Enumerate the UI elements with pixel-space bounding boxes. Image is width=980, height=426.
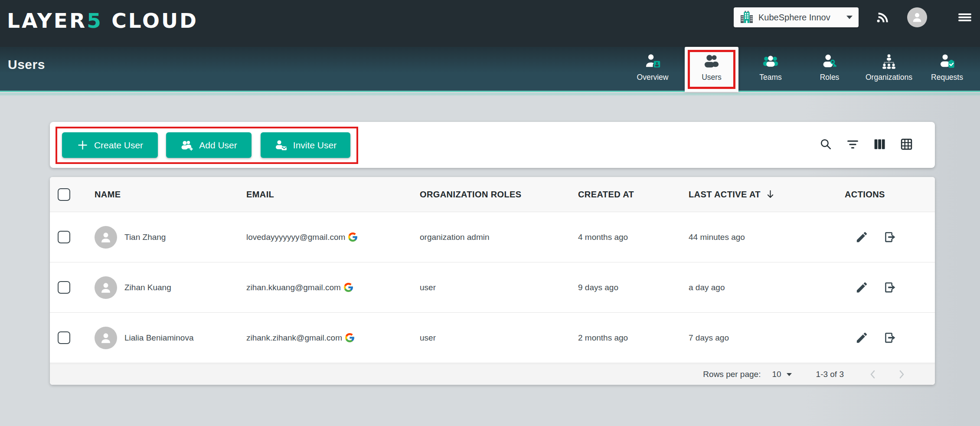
team-icon — [762, 52, 779, 70]
tab-overview[interactable]: Overview — [629, 47, 676, 92]
org-roles-cell: user — [420, 283, 578, 292]
col-email[interactable]: EMAIL — [246, 190, 420, 200]
remove-user-icon[interactable] — [883, 230, 896, 244]
user-avatar-menu[interactable] — [907, 7, 927, 27]
columns-icon[interactable] — [873, 138, 886, 151]
person-icon — [98, 331, 113, 345]
person-icon — [98, 280, 113, 295]
plus-icon — [77, 139, 88, 151]
col-actions: ACTIONS — [845, 190, 935, 200]
google-icon — [347, 232, 358, 242]
logo-layer-text: LAYER — [7, 9, 87, 33]
page-title: Users — [8, 57, 45, 72]
user-name: Lialia Beniaminova — [124, 333, 194, 343]
avatar — [95, 327, 117, 349]
avatar — [95, 226, 117, 249]
email-cell: lovedayyyyyyy@gmail.com — [246, 232, 420, 242]
table-row: Lialia Beniaminova zihank.zihank@gmail.c… — [50, 313, 935, 363]
person-icon — [98, 230, 113, 245]
create-user-button[interactable]: Create User — [62, 132, 158, 158]
org-roles-cell: user — [420, 333, 578, 343]
tab-users[interactable]: Users — [685, 47, 738, 92]
create-user-label: Create User — [94, 140, 143, 151]
person-invite-icon — [274, 139, 287, 152]
menu-icon[interactable] — [957, 10, 972, 25]
person-icon — [911, 11, 924, 24]
select-all-checkbox[interactable] — [58, 188, 70, 201]
row-checkbox[interactable] — [58, 231, 70, 243]
person-add-icon — [180, 139, 193, 152]
col-last-active-label: LAST ACTIVE AT — [689, 190, 761, 200]
email-cell: zihan.kkuang@gmail.com — [246, 282, 420, 293]
remove-user-icon[interactable] — [883, 281, 896, 294]
building-icon — [740, 10, 754, 24]
name-cell: Lialia Beniaminova — [95, 327, 246, 349]
filter-icon[interactable] — [846, 138, 859, 151]
table-header-row: NAME EMAIL ORGANIZATION ROLES CREATED AT… — [50, 177, 935, 212]
tab-roles[interactable]: Roles — [807, 47, 852, 92]
search-icon[interactable] — [819, 138, 833, 151]
tab-label: Roles — [820, 73, 840, 82]
edit-icon[interactable] — [855, 331, 869, 344]
feed-icon[interactable] — [876, 10, 891, 25]
app-header: LAYER5 CLOUD — [0, 0, 980, 47]
tab-label: Organizations — [866, 73, 912, 82]
person-clipboard-icon — [938, 52, 956, 70]
pager-controls — [867, 369, 907, 380]
tab-label: Users — [702, 73, 722, 82]
row-select-cell — [50, 281, 95, 294]
tab-requests[interactable]: Requests — [923, 47, 971, 92]
col-last-active-at[interactable]: LAST ACTIVE AT — [689, 189, 845, 200]
person-key-icon — [821, 52, 838, 70]
chevron-down-icon — [787, 373, 792, 376]
edit-icon[interactable] — [855, 281, 869, 294]
row-checkbox[interactable] — [58, 331, 70, 344]
next-page-icon[interactable] — [896, 369, 907, 380]
tab-organizations[interactable]: Organizations — [857, 47, 921, 92]
col-org-roles[interactable]: ORGANIZATION ROLES — [420, 190, 578, 200]
col-created-at[interactable]: CREATED AT — [578, 190, 689, 200]
user-email: zihan.kkuang@gmail.com — [246, 283, 341, 292]
logo-cloud-text: CLOUD — [111, 9, 198, 33]
layer5-cloud-logo[interactable]: LAYER5 CLOUD — [7, 9, 198, 33]
logo-space — [103, 9, 111, 33]
invite-user-button[interactable]: Invite User — [261, 132, 350, 158]
rows-per-page-label: Rows per page: — [703, 370, 761, 379]
user-email: zihank.zihank@gmail.com — [246, 333, 342, 343]
row-checkbox[interactable] — [58, 281, 70, 294]
remove-user-icon[interactable] — [883, 331, 896, 344]
col-name[interactable]: NAME — [95, 190, 246, 200]
tab-label: Overview — [637, 73, 669, 82]
grid-icon[interactable] — [900, 138, 913, 151]
table-row: Zihan Kuang zihan.kkuang@gmail.com user … — [50, 262, 935, 313]
tab-teams[interactable]: Teams — [748, 47, 793, 92]
user-name: Tian Zhang — [124, 233, 166, 242]
org-roles-cell: organization admin — [420, 233, 578, 242]
tab-label: Teams — [759, 73, 782, 82]
org-switcher[interactable]: KubeSphere Innov — [734, 7, 859, 27]
chevron-down-icon — [846, 16, 853, 19]
actions-cell — [845, 331, 935, 344]
add-user-button[interactable]: Add User — [166, 132, 252, 158]
table-tools — [819, 138, 913, 151]
previous-page-icon[interactable] — [867, 369, 879, 380]
last-active-cell: 7 days ago — [689, 333, 845, 343]
users-navbar: Users Overview Users — [0, 47, 980, 92]
edit-icon[interactable] — [855, 230, 869, 244]
last-active-cell: a day ago — [689, 283, 845, 292]
rows-per-page-value: 10 — [772, 370, 781, 379]
people-icon — [703, 52, 720, 70]
table-row: Tian Zhang lovedayyyyyyy@gmail.com organ… — [50, 212, 935, 262]
row-select-cell — [50, 231, 95, 243]
org-chart-icon — [880, 52, 898, 70]
select-all-cell — [50, 188, 95, 201]
created-at-cell: 9 days ago — [578, 283, 689, 292]
row-select-cell — [50, 331, 95, 344]
rows-per-page-select[interactable]: 10 — [772, 370, 791, 379]
actions-cell — [845, 230, 935, 244]
created-at-cell: 2 months ago — [578, 333, 689, 343]
created-at-cell: 4 months ago — [578, 233, 689, 242]
google-icon — [343, 282, 354, 293]
add-user-label: Add User — [199, 140, 237, 151]
layer5-cloud-app: LAYER5 CLOUD — [0, 0, 980, 426]
